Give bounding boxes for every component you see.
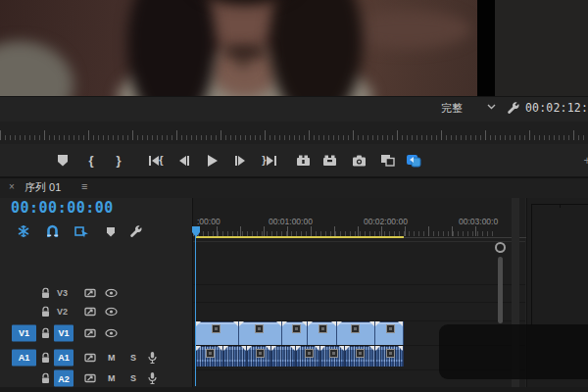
audio-clip[interactable]: [271, 346, 296, 367]
lock-icon[interactable]: [41, 288, 50, 299]
audio-clip[interactable]: [375, 346, 404, 367]
fx-badge-icon: [305, 349, 314, 358]
add-marker-icon[interactable]: [52, 144, 74, 176]
video-clip[interactable]: [308, 321, 337, 345]
source-patch-a1[interactable]: A1: [12, 349, 36, 366]
fx-badge-icon: [356, 349, 365, 358]
video-clip[interactable]: [282, 321, 308, 345]
step-back-icon[interactable]: [173, 144, 195, 176]
lock-icon[interactable]: [41, 327, 50, 338]
vertical-scrollbar[interactable]: [498, 257, 503, 323]
solo-button[interactable]: S: [130, 353, 136, 363]
right-panel-divider: [560, 204, 561, 208]
lift-icon[interactable]: [292, 144, 314, 176]
monitor-settings-wrench-icon[interactable]: [507, 101, 520, 115]
sync-lock-icon[interactable]: [84, 328, 96, 338]
dark-shadow-overlay: [439, 324, 588, 379]
audio-clip[interactable]: [345, 346, 375, 367]
timeline-add-marker-icon[interactable]: [102, 223, 120, 239]
step-forward-icon[interactable]: [228, 144, 250, 176]
fx-badge-icon: [329, 349, 338, 358]
comparison-view-icon[interactable]: [376, 144, 398, 176]
source-patch-v1[interactable]: V1: [12, 324, 36, 341]
track-header-v2: V2: [0, 302, 192, 321]
export-frame-camera-icon[interactable]: [348, 144, 369, 176]
mute-button[interactable]: M: [108, 373, 116, 383]
audio-clip[interactable]: [296, 346, 320, 367]
track-target-a2[interactable]: A2: [54, 370, 74, 387]
ruler-bottom-border: [193, 241, 525, 242]
program-timecode: 00:02:12:00: [525, 101, 588, 115]
monitor-panel-chrome: [495, 0, 588, 96]
timeline-tab-bar: [0, 178, 588, 198]
video-clip[interactable]: [196, 321, 239, 345]
fx-badge-icon: [386, 349, 395, 358]
monitor-scrubber-ruler[interactable]: [0, 122, 588, 145]
timeline-bottom-edge: [0, 387, 588, 392]
video-clip[interactable]: [337, 321, 375, 345]
premiere-pro-window: 完整 00:02:12:00 { } {: [0, 0, 588, 392]
lane-divider: [193, 284, 525, 285]
scrollbar-knob[interactable]: [495, 242, 506, 253]
hair-right-blob: [270, 0, 363, 96]
audio-clip[interactable]: [320, 346, 345, 367]
sync-lock-icon[interactable]: [84, 373, 96, 383]
lock-icon[interactable]: [41, 306, 50, 317]
audio-clip[interactable]: [223, 346, 247, 367]
extract-icon[interactable]: [318, 144, 340, 176]
video-clip[interactable]: [375, 321, 404, 345]
sync-lock-icon[interactable]: [84, 288, 96, 298]
video-frame: [0, 0, 477, 96]
sync-lock-icon[interactable]: [84, 353, 96, 363]
mark-out-icon[interactable]: }: [108, 144, 129, 176]
sync-lock-icon[interactable]: [84, 307, 96, 317]
choker-blob: [221, 47, 269, 57]
fx-badge-icon: [318, 324, 327, 333]
playhead-line[interactable]: [195, 236, 196, 386]
lane-divider: [193, 302, 525, 303]
track-header-a2: A2 M S: [0, 369, 192, 388]
panel-close-icon[interactable]: ×: [9, 182, 15, 192]
fx-badge-icon: [206, 349, 215, 358]
tab-sequence-01[interactable]: 序列 01: [24, 182, 61, 193]
track-header-v1: V1 V1: [0, 320, 192, 346]
track-target-a1[interactable]: A1: [54, 349, 74, 366]
work-area-bar[interactable]: [196, 236, 404, 238]
timeline-settings-wrench-icon[interactable]: [127, 223, 145, 239]
timeline-playhead-timecode[interactable]: 00:00:00:00: [11, 199, 114, 217]
solo-button[interactable]: S: [130, 373, 136, 383]
fx-badge-icon: [386, 324, 395, 333]
video-clip[interactable]: [239, 321, 282, 345]
track-output-eye-icon[interactable]: [105, 289, 118, 298]
snap-magnet-icon[interactable]: [43, 223, 61, 239]
chevron-down-icon[interactable]: [487, 104, 496, 110]
button-editor-icon[interactable]: +: [576, 144, 588, 176]
drag-video-icon[interactable]: [403, 144, 424, 176]
go-to-in-icon[interactable]: {: [145, 144, 167, 176]
track-target-v2[interactable]: V2: [57, 307, 68, 317]
track-target-v1[interactable]: V1: [54, 324, 74, 341]
fx-badge-icon: [292, 324, 301, 333]
audio-clip[interactable]: [247, 346, 271, 367]
mark-in-icon[interactable]: {: [80, 144, 102, 176]
track-output-eye-icon[interactable]: [105, 328, 118, 337]
lock-icon[interactable]: [41, 352, 50, 363]
go-to-out-icon[interactable]: }: [259, 144, 280, 176]
mute-button[interactable]: M: [108, 353, 116, 363]
linked-selection-icon[interactable]: [73, 223, 90, 239]
track-target-v3[interactable]: V3: [57, 288, 68, 298]
audio-clip[interactable]: [196, 346, 223, 367]
timeline-ruler-ticks[interactable]: [193, 225, 497, 236]
lock-icon[interactable]: [41, 373, 50, 384]
play-icon[interactable]: [202, 144, 223, 176]
insert-overwrite-nest-icon[interactable]: [15, 223, 32, 239]
track-output-eye-icon[interactable]: [105, 307, 118, 316]
right-panel-border: [531, 204, 532, 325]
voiceover-mic-icon[interactable]: [148, 372, 157, 385]
voiceover-mic-icon[interactable]: [148, 351, 157, 364]
hair-left-blob: [127, 0, 216, 96]
fx-badge-icon: [256, 349, 265, 358]
fx-badge-icon: [212, 324, 220, 333]
panel-menu-icon[interactable]: ≡: [81, 181, 87, 192]
zoom-level-value: 完整: [441, 101, 463, 116]
